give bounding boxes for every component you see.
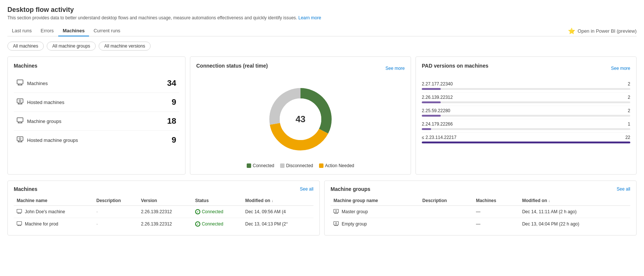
svg-rect-23 bbox=[17, 210, 22, 213]
pad-version-label-0: 2.27.177.22340 bbox=[422, 81, 453, 87]
filter-all-machine-versions[interactable]: All machine versions bbox=[99, 42, 151, 51]
filter-all-machines[interactable]: All machines bbox=[7, 42, 44, 51]
pad-bar-4 bbox=[422, 142, 630, 143]
pad-version-row-1: 2.26.139.22312 2 bbox=[422, 92, 630, 106]
hosted-group-icon bbox=[17, 136, 23, 144]
machine-count: 34 bbox=[167, 78, 176, 88]
filter-row: All machines All machine groups All mach… bbox=[7, 42, 637, 51]
connection-card-title: Connection status (real time) bbox=[196, 63, 268, 69]
cards-row: Machines Machines 34 Hosted machines 9 bbox=[7, 56, 637, 175]
tab-machines[interactable]: Machines bbox=[58, 26, 89, 36]
pad-version-label-3: 2.24.179.22266 bbox=[422, 121, 453, 127]
machine-icon bbox=[17, 79, 23, 87]
powerbi-icon: ⭐ bbox=[568, 27, 575, 35]
machines-see-all[interactable]: See all bbox=[300, 186, 313, 192]
hosted-group-label: Hosted machine groups bbox=[27, 137, 172, 143]
svg-point-32 bbox=[335, 210, 337, 212]
row-machine-icon bbox=[17, 209, 22, 215]
col-machine-name: Machine name bbox=[14, 196, 93, 206]
machine-group-count: 18 bbox=[167, 116, 176, 126]
machines-table-title: Machines bbox=[14, 186, 37, 192]
filter-all-machine-groups[interactable]: All machine groups bbox=[47, 42, 96, 51]
row-group-icon bbox=[334, 209, 339, 215]
table-row: Machine for prod - 2.26.139.22312 Connec… bbox=[14, 218, 313, 230]
pad-versions-card: PAD versions on machines See more 2.27.1… bbox=[415, 56, 637, 175]
status-cell: Connected bbox=[192, 206, 242, 218]
connection-see-more[interactable]: See more bbox=[385, 66, 405, 71]
pad-version-label-2: 2.25.59.22280 bbox=[422, 108, 450, 113]
status-icon bbox=[195, 221, 200, 227]
pad-version-row-4: ≤ 2.23.114.22217 22 bbox=[422, 133, 630, 146]
machine-groups-table-card: Machine groups See all Machine group nam… bbox=[324, 181, 637, 236]
machine-groups-see-all[interactable]: See all bbox=[617, 186, 630, 192]
connection-card-header: Connection status (real time) See more bbox=[196, 63, 405, 74]
pad-bar-2 bbox=[422, 115, 441, 117]
connection-status-card: Connection status (real time) See more bbox=[190, 56, 411, 175]
group-modified-cell: Dec 14, 11:11 AM (2 h ago) bbox=[519, 206, 630, 218]
legend-connected-label: Connected bbox=[253, 163, 274, 168]
sort-icon: ↓ bbox=[272, 199, 273, 203]
legend-action-needed: Action Needed bbox=[319, 163, 354, 168]
col-group-description: Description bbox=[420, 196, 473, 206]
svg-rect-4 bbox=[17, 99, 23, 103]
group-modified-cell: Dec 13, 04:04 PM (22 h ago) bbox=[519, 218, 630, 230]
pad-see-more[interactable]: See more bbox=[611, 66, 630, 71]
learn-more-link[interactable]: Learn more bbox=[298, 15, 321, 20]
col-group-modified: Modified on ↓ bbox=[519, 196, 630, 206]
pad-bar-1 bbox=[422, 101, 441, 103]
status-icon bbox=[195, 209, 200, 214]
legend-connected: Connected bbox=[247, 163, 274, 168]
group-name-cell: Master group bbox=[331, 206, 420, 218]
machine-row-hosted: Hosted machines 9 bbox=[14, 93, 179, 112]
machine-groups-header-row: Machine group name Description Machines … bbox=[331, 196, 630, 206]
legend-action-needed-label: Action Needed bbox=[325, 163, 354, 168]
svg-rect-27 bbox=[17, 222, 22, 225]
machines-table-card: Machines See all Machine name Descriptio… bbox=[7, 181, 320, 236]
machine-group-icon bbox=[17, 117, 23, 125]
row-group-icon bbox=[334, 221, 339, 227]
sort-icon: ↓ bbox=[548, 199, 550, 203]
donut-chart-wrap: 43 Connected Disconnected Action Needed bbox=[196, 79, 405, 168]
version-cell: 2.26.139.22312 bbox=[138, 206, 192, 218]
svg-rect-0 bbox=[17, 80, 23, 84]
donut-total: 43 bbox=[296, 114, 306, 124]
pad-version-count-0: 2 bbox=[628, 81, 630, 87]
machines-card-title: Machines bbox=[14, 63, 179, 69]
machines-table-header-row: Machine name Description Version Status … bbox=[14, 196, 313, 206]
group-name-cell: Empty group bbox=[331, 218, 420, 230]
legend-disconnected: Disconnected bbox=[280, 163, 313, 168]
table-row: John Doe's machine - 2.26.139.22312 Conn… bbox=[14, 206, 313, 218]
pad-version-count-1: 2 bbox=[628, 95, 630, 100]
status-cell: Connected bbox=[192, 218, 242, 230]
machines-table: Machine name Description Version Status … bbox=[14, 196, 313, 230]
legend-disconnected-label: Disconnected bbox=[286, 163, 313, 168]
tab-errors[interactable]: Errors bbox=[36, 26, 58, 36]
table-row: Empty group — Dec 13, 04:04 PM (22 h ago… bbox=[331, 218, 630, 230]
pad-version-count-4: 22 bbox=[625, 135, 630, 140]
tab-last-runs[interactable]: Last runs bbox=[7, 26, 36, 36]
pad-version-count-3: 1 bbox=[628, 121, 630, 127]
machine-groups-table: Machine group name Description Machines … bbox=[331, 196, 630, 230]
hosted-group-count: 9 bbox=[172, 135, 176, 145]
pad-card-header: PAD versions on machines See more bbox=[422, 63, 630, 74]
pad-version-label-1: 2.26.139.22312 bbox=[422, 95, 453, 100]
pad-version-label-4: ≤ 2.23.114.22217 bbox=[422, 135, 456, 140]
tab-current-runs[interactable]: Current runs bbox=[89, 26, 125, 36]
group-description-cell bbox=[420, 218, 473, 230]
group-machines-cell: — bbox=[473, 218, 519, 230]
version-cell: 2.26.139.22312 bbox=[138, 218, 192, 230]
svg-point-14 bbox=[19, 138, 21, 140]
donut-chart: 43 bbox=[263, 82, 338, 156]
machine-group-label: Machine groups bbox=[27, 118, 167, 124]
open-powerbi-button[interactable]: ⭐ Open in Power BI (preview) bbox=[568, 27, 637, 35]
tables-row: Machines See all Machine name Descriptio… bbox=[7, 181, 637, 236]
tabs-row: Last runs Errors Machines Current runs ⭐… bbox=[7, 26, 637, 36]
svg-rect-36 bbox=[334, 222, 339, 225]
pad-bar-0 bbox=[422, 88, 441, 90]
machine-name-cell: Machine for prod bbox=[14, 218, 93, 230]
legend-action-needed-dot bbox=[319, 163, 323, 168]
pad-bar-3 bbox=[422, 128, 431, 130]
description-cell: - bbox=[93, 218, 138, 230]
col-group-name: Machine group name bbox=[331, 196, 420, 206]
machine-row-hosted-groups: Hosted machine groups 9 bbox=[14, 131, 179, 149]
